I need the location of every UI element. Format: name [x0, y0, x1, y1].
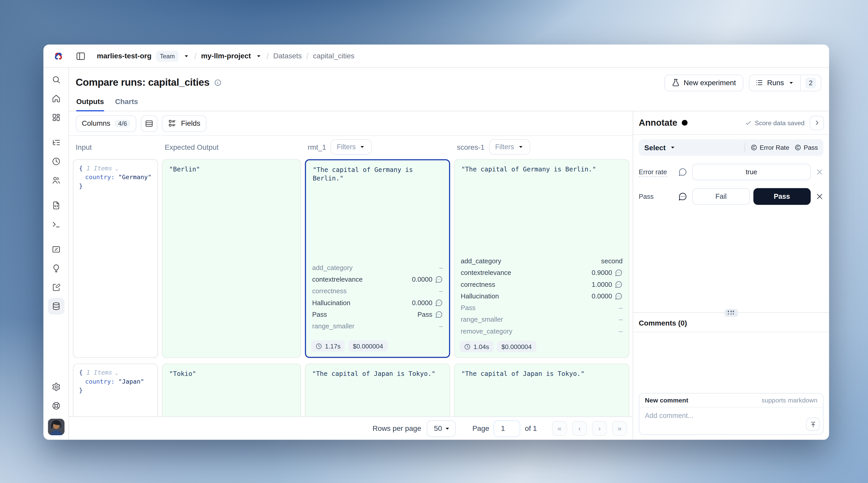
run-output-text: "The capital of Germany is Berlin.": [306, 160, 449, 262]
sidebar-item-users[interactable]: [48, 172, 64, 189]
cell-footer: 1.04s $0.000004: [455, 337, 629, 358]
rows-icon: [145, 119, 154, 128]
table-row: { 1 Items ⌄ country: "Japan" } "Tokio": [69, 363, 632, 416]
row-height-button[interactable]: [141, 115, 158, 132]
clock-icon: [464, 343, 471, 350]
json-collapse-icon[interactable]: ⌄: [112, 370, 118, 376]
score-name: Error rate: [639, 168, 674, 176]
expected-output-cell[interactable]: "Berlin": [162, 159, 301, 358]
resize-handle[interactable]: [724, 309, 738, 317]
sidebar-item-dashboards[interactable]: [48, 109, 64, 126]
sidebar-item-sessions[interactable]: [48, 153, 64, 170]
cost-badge: $0.000004: [497, 341, 536, 352]
header-run1[interactable]: rmt_1: [308, 143, 326, 151]
json-collapse-icon[interactable]: ⌄: [112, 166, 118, 172]
tab-bar: Outputs Charts: [69, 94, 829, 111]
fields-label: Fields: [181, 119, 200, 127]
column-headers: Input Expected Output rmt_1 Filters sc: [69, 136, 632, 158]
sidebar-item-search[interactable]: [48, 71, 64, 88]
runs-count-badge: 2: [805, 77, 816, 88]
fields-icon: [168, 119, 177, 127]
expected-output-cell[interactable]: "Tokio": [162, 363, 301, 416]
collapse-panel-button[interactable]: [810, 115, 824, 130]
rows-per-page-select[interactable]: 50: [427, 420, 456, 437]
sidebar-item-playground[interactable]: [48, 216, 64, 233]
arrow-up-icon: [809, 421, 816, 428]
comment-icon[interactable]: [435, 275, 443, 283]
error-rate-value-input[interactable]: [692, 164, 811, 180]
user-avatar[interactable]: [48, 419, 64, 435]
comment-bubble-icon[interactable]: [678, 192, 687, 201]
run1-output-cell[interactable]: "The capital of Japan is Tokyo.": [305, 363, 450, 416]
page-number-input[interactable]: [494, 420, 521, 437]
sidebar-item-datasets[interactable]: [48, 298, 64, 315]
comment-input[interactable]: [640, 407, 823, 434]
next-page-button[interactable]: ›: [592, 421, 607, 436]
run2-output-cell[interactable]: "The capital of Germany is Berlin." add_…: [454, 159, 629, 358]
breadcrumb-separator: /: [194, 51, 197, 61]
sidebar-item-settings[interactable]: [48, 379, 64, 395]
comment-bubble-icon[interactable]: [678, 168, 687, 177]
sidebar-item-annotation[interactable]: [48, 279, 64, 296]
prev-page-button[interactable]: ‹: [572, 421, 587, 436]
score-name: Pass: [639, 192, 674, 200]
info-icon[interactable]: [214, 79, 221, 87]
score-chip-pass[interactable]: Pass: [795, 144, 818, 151]
sidebar-toggle-icon[interactable]: [75, 51, 86, 61]
sidebar-item-evaluation[interactable]: [48, 241, 64, 258]
comment-icon[interactable]: [435, 310, 443, 318]
breadcrumb-dataset-name[interactable]: capital_cities: [313, 52, 354, 60]
breadcrumb-datasets[interactable]: Datasets: [273, 52, 302, 60]
run1-output-cell-selected[interactable]: "The capital of Germany is Berlin." add_…: [305, 159, 450, 358]
header-run2[interactable]: scores-1: [457, 143, 485, 151]
sidebar-item-home[interactable]: [48, 90, 64, 107]
runs-button[interactable]: Runs 2: [749, 74, 821, 91]
clear-score-icon[interactable]: [816, 192, 824, 200]
run2-filters-button[interactable]: Filters: [489, 139, 530, 155]
cost-badge: $0.000004: [348, 340, 388, 352]
comment-icon[interactable]: [435, 299, 443, 306]
submit-comment-button[interactable]: [806, 417, 820, 431]
filters-label: Filters: [337, 143, 355, 151]
sidebar-item-prompts[interactable]: [48, 197, 64, 214]
pass-option-button[interactable]: Pass: [753, 188, 811, 205]
tab-charts[interactable]: Charts: [115, 97, 138, 111]
select-label: Select: [644, 143, 666, 152]
table-toolbar: Columns 4/6 Fields: [69, 111, 632, 136]
fail-option-button[interactable]: Fail: [692, 188, 750, 205]
sidebar-item-llm-judge[interactable]: [48, 260, 64, 277]
list-icon: [755, 79, 763, 87]
fields-button[interactable]: Fields: [162, 115, 207, 132]
header-expected-output: Expected Output: [162, 143, 301, 151]
new-experiment-button[interactable]: New experiment: [664, 74, 743, 91]
json-items-count[interactable]: 1 Items: [87, 165, 112, 172]
comment-icon[interactable]: [615, 292, 623, 300]
chevron-down-icon[interactable]: [255, 53, 262, 59]
tab-outputs[interactable]: Outputs: [76, 97, 104, 111]
input-cell[interactable]: { 1 Items ⌄ country: "Germany" }: [73, 159, 158, 358]
json-items-count[interactable]: 1 Items: [87, 369, 112, 376]
run2-output-cell[interactable]: "The capital of Japan is Tokyo.": [454, 363, 629, 416]
score-select-dropdown[interactable]: Select: [644, 143, 676, 152]
score-row-error-rate: Error rate: [639, 164, 824, 180]
score-select-bar: Select Error Rate: [639, 139, 824, 156]
metric-row: range_smaller–: [306, 320, 449, 332]
run1-filters-button[interactable]: Filters: [331, 139, 372, 155]
breadcrumb-org[interactable]: marlies-test-org: [97, 52, 151, 60]
clear-score-icon[interactable]: [816, 168, 824, 176]
comment-icon[interactable]: [615, 269, 623, 276]
score-config-icon: [795, 144, 801, 151]
input-cell[interactable]: { 1 Items ⌄ country: "Japan" }: [73, 363, 158, 416]
chevron-down-icon[interactable]: [183, 53, 190, 59]
comment-icon[interactable]: [615, 280, 623, 288]
first-page-button[interactable]: «: [552, 421, 567, 436]
columns-button[interactable]: Columns 4/6: [75, 115, 136, 132]
breadcrumb-project[interactable]: my-llm-project: [201, 52, 251, 60]
chevron-down-icon: [788, 80, 795, 86]
info-icon[interactable]: [681, 119, 688, 126]
metric-row: remove_category–: [455, 325, 629, 337]
last-page-button[interactable]: »: [612, 421, 627, 436]
sidebar-item-support[interactable]: [48, 397, 64, 414]
sidebar-item-tracing[interactable]: [48, 134, 64, 151]
score-chip-error-rate[interactable]: Error Rate: [751, 144, 789, 151]
